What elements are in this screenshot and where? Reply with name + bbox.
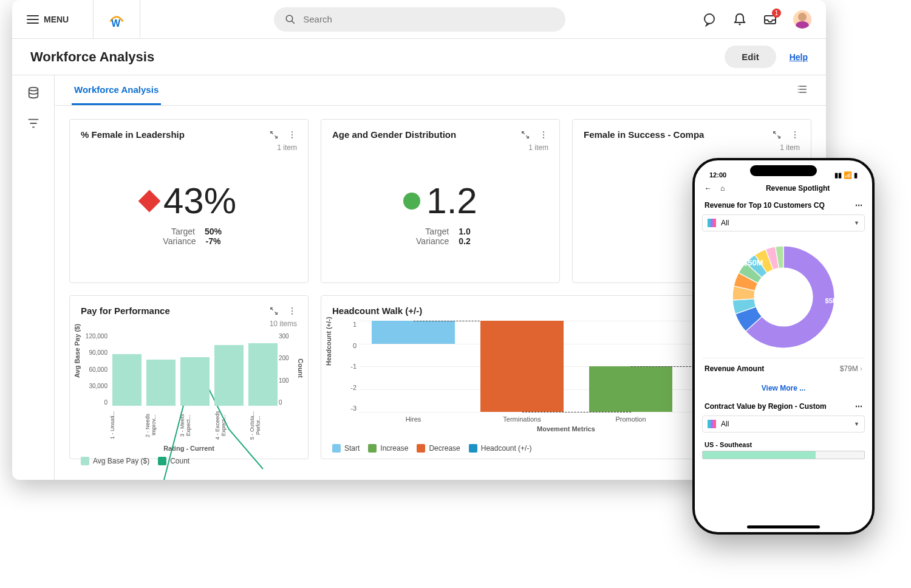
left-rail	[12, 75, 55, 480]
inbox-badge: 1	[772, 9, 781, 18]
revenue-amount-label: Revenue Amount	[705, 364, 764, 373]
card-title: Headcount Walk (+/-)	[332, 306, 422, 316]
y-ticks-right: 3002001000	[279, 333, 296, 406]
kpi-target-label: Target	[410, 227, 449, 236]
tabs-row: Workforce Analysis	[55, 75, 826, 106]
revenue-amount-value: $79M	[840, 364, 858, 373]
legend-start: Start	[344, 444, 360, 453]
help-link[interactable]: Help	[790, 52, 808, 62]
legend-increase: Increase	[380, 444, 408, 453]
svg-point-8	[798, 89, 799, 90]
kpi-variance-value: -7%	[206, 236, 221, 246]
x-categories: 1 - Unsati...2 - Needs Improv...3 - Meet…	[110, 408, 280, 442]
kpi-target-value: 1.0	[459, 227, 470, 236]
bell-icon[interactable]	[732, 12, 747, 27]
revenue-amount-row[interactable]: Revenue Amount $79M ›	[702, 358, 865, 379]
svg-point-19	[292, 307, 293, 309]
kpi-variance-label: Variance	[157, 236, 196, 246]
alert-diamond-icon	[138, 190, 161, 212]
filter-chip-icon	[708, 219, 716, 227]
card-items-count: 1 item	[332, 143, 548, 152]
donut-big-label: $50M	[743, 258, 763, 267]
region-bar	[702, 451, 865, 459]
chat-icon[interactable]	[702, 12, 717, 27]
phone-overlay: 12:00 ▮▮ 📶 ▮ ← ⌂ Revenue Spotlight Reven…	[692, 158, 875, 535]
phone-status-icons: ▮▮ 📶 ▮	[834, 171, 858, 179]
card-title: Age and Gender Distribution	[332, 129, 456, 140]
svg-point-15	[543, 137, 544, 138]
svg-point-7	[798, 86, 799, 87]
card-title: % Female in Leadership	[81, 129, 185, 140]
p4p-bars	[110, 333, 280, 406]
kpi-variance-value: 0.2	[459, 236, 470, 246]
card-title: Pay for Performance	[81, 306, 170, 316]
view-more-link[interactable]: View More ...	[702, 379, 865, 397]
y-axis-left-label: Avg Base Pay ($)	[73, 324, 81, 378]
workday-logo[interactable]: W	[93, 0, 140, 38]
y-ticks-left: 120,00090,00060,00030,0000	[82, 333, 107, 406]
legend-decrease: Decrease	[429, 444, 460, 453]
phone-section-2: Contract Value by Region - Custom	[705, 402, 827, 411]
legend-net: Headcount (+/-)	[481, 444, 532, 453]
filter-label: All	[721, 219, 729, 227]
edit-button[interactable]: Edit	[725, 46, 776, 68]
svg-point-3	[705, 14, 714, 24]
hw-y-ticks: 10-1-2-3	[343, 321, 357, 412]
card-items-count: 1 item	[81, 143, 297, 152]
tab-workforce-analysis[interactable]: Workforce Analysis	[72, 76, 161, 105]
more-icon[interactable]	[790, 130, 800, 140]
search-input[interactable]	[303, 14, 554, 24]
region-label: US - Southeast	[702, 437, 865, 450]
svg-point-18	[794, 137, 796, 138]
ok-dot-icon	[403, 193, 420, 210]
menu-button[interactable]: MENU	[27, 15, 69, 24]
inbox-icon[interactable]: 1	[763, 12, 777, 27]
kpi-value: 1.2	[426, 183, 477, 219]
hamburger-icon	[27, 15, 39, 24]
card-age-gender: Age and Gender Distribution 1 item 1.2	[321, 119, 560, 283]
avatar[interactable]	[793, 10, 811, 29]
back-icon[interactable]: ←	[705, 184, 712, 193]
list-view-icon[interactable]	[797, 83, 809, 98]
more-icon[interactable]	[539, 130, 548, 140]
expand-icon[interactable]	[520, 130, 530, 140]
svg-point-20	[292, 310, 293, 311]
topbar: MENU W 1	[12, 0, 826, 39]
filter-icon[interactable]	[27, 117, 40, 130]
svg-point-6	[29, 87, 38, 91]
svg-point-14	[543, 134, 544, 135]
more-icon[interactable]: ⋯	[855, 201, 862, 210]
svg-point-12	[292, 137, 293, 138]
more-icon[interactable]	[287, 306, 297, 316]
home-icon[interactable]: ⌂	[720, 184, 725, 193]
svg-point-16	[794, 131, 796, 132]
svg-point-4	[739, 23, 740, 25]
donut-5m-label: $5M	[825, 297, 838, 304]
phone-title: Revenue Spotlight	[733, 184, 862, 193]
revenue-donut: $50M $5M	[711, 236, 856, 358]
phone-section-1: Revenue for Top 10 Customers CQ	[705, 201, 825, 210]
phone-filter-all-2[interactable]: All	[702, 415, 865, 432]
more-icon[interactable]: ⋯	[855, 402, 862, 411]
phone-notch	[750, 165, 817, 176]
phone-filter-all[interactable]: All	[702, 214, 865, 231]
kpi-target-label: Target	[156, 227, 195, 236]
svg-point-1	[286, 15, 293, 22]
kpi-variance-label: Variance	[410, 236, 449, 246]
topbar-right: 1	[702, 10, 811, 29]
card-female-leadership: % Female in Leadership 1 item 43%	[69, 119, 309, 283]
phone-nav: ← ⌂ Revenue Spotlight	[702, 180, 865, 196]
more-icon[interactable]	[287, 130, 297, 140]
menu-label: MENU	[44, 15, 69, 24]
database-icon[interactable]	[27, 86, 40, 100]
p4p-chart: Avg Base Pay ($) Count 120,00090,00060,0…	[81, 328, 297, 452]
page-title: Workforce Analysis	[30, 49, 725, 65]
expand-icon[interactable]	[269, 306, 279, 316]
y-axis-right-label: Count	[297, 358, 304, 378]
expand-icon[interactable]	[269, 130, 279, 140]
svg-point-17	[794, 134, 796, 135]
kpi-value: 43%	[163, 183, 236, 219]
svg-point-10	[292, 131, 293, 132]
expand-icon[interactable]	[772, 130, 782, 140]
search-box[interactable]	[274, 7, 565, 32]
